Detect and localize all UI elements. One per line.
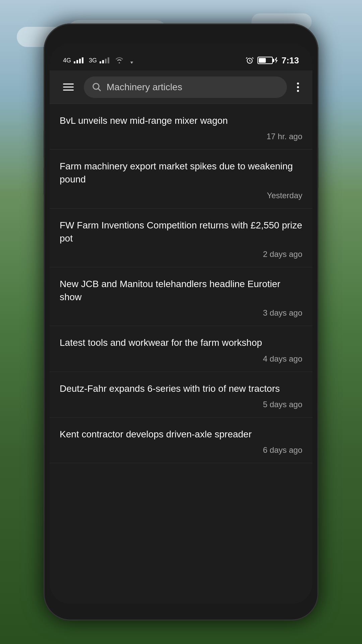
- article-item[interactable]: Kent contractor develops driven-axle spr…: [50, 418, 312, 463]
- article-item[interactable]: Farm machinery export market spikes due …: [50, 150, 312, 208]
- charging-icon: [274, 57, 278, 64]
- signal-bars-3g: [100, 57, 109, 63]
- status-bar: 4G 3G: [50, 50, 312, 70]
- article-time: 6 days ago: [60, 445, 302, 455]
- more-options-button[interactable]: [294, 79, 302, 95]
- screen: 4G 3G: [50, 44, 312, 604]
- article-item[interactable]: FW Farm Inventions Competition returns w…: [50, 209, 312, 267]
- alarm-icon: [245, 56, 254, 65]
- article-item[interactable]: BvL unveils new mid-range mixer wagon 17…: [50, 104, 312, 150]
- search-icon: [92, 82, 102, 92]
- article-title: Kent contractor develops driven-axle spr…: [60, 428, 302, 441]
- svg-line-3: [98, 89, 101, 91]
- article-title: BvL unveils new mid-range mixer wagon: [60, 114, 302, 127]
- power-button[interactable]: [317, 148, 318, 188]
- article-time: Yesterday: [60, 191, 302, 200]
- battery-indicator: [257, 57, 278, 64]
- article-item[interactable]: Latest tools and workwear for the farm w…: [50, 326, 312, 372]
- article-time: 4 days ago: [60, 354, 302, 364]
- article-title: FW Farm Inventions Competition returns w…: [60, 219, 302, 245]
- volume-up-button[interactable]: [44, 131, 45, 158]
- article-list: BvL unveils new mid-range mixer wagon 17…: [50, 104, 312, 604]
- article-time: 5 days ago: [60, 400, 302, 409]
- article-time: 17 hr. ago: [60, 132, 302, 141]
- article-title: Deutz-Fahr expands 6-series with trio of…: [60, 382, 302, 395]
- article-time: 2 days ago: [60, 250, 302, 259]
- article-title: New JCB and Manitou telehandlers headlin…: [60, 277, 302, 304]
- network-4g-label: 4G: [63, 57, 71, 64]
- article-title: Latest tools and workwear for the farm w…: [60, 336, 302, 349]
- search-bar[interactable]: Machinery articles: [84, 76, 287, 98]
- article-time: 3 days ago: [60, 308, 302, 318]
- menu-button[interactable]: [60, 80, 77, 94]
- time-display: 7:13: [282, 55, 299, 66]
- signal-bars-4g: [74, 57, 83, 63]
- svg-point-2: [93, 83, 99, 89]
- phone-shell: 4G 3G: [44, 23, 318, 621]
- app-bar: Machinery articles: [50, 70, 312, 104]
- article-item[interactable]: Deutz-Fahr expands 6-series with trio of…: [50, 372, 312, 418]
- svg-point-0: [131, 62, 132, 64]
- volume-down-button[interactable]: [44, 168, 45, 195]
- status-right: 7:13: [245, 55, 299, 66]
- network-3g-label: 3G: [89, 57, 97, 64]
- article-item[interactable]: New JCB and Manitou telehandlers headlin…: [50, 267, 312, 326]
- status-left: 4G 3G: [63, 57, 135, 64]
- search-placeholder: Machinery articles: [107, 82, 279, 93]
- usb-icon: [128, 57, 135, 64]
- wifi-icon: [115, 57, 124, 64]
- article-title: Farm machinery export market spikes due …: [60, 160, 302, 186]
